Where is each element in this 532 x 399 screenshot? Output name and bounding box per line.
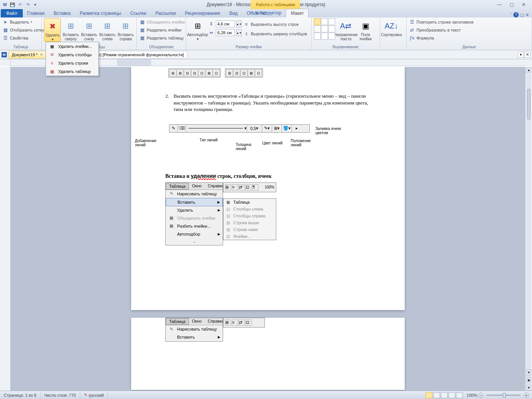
zoom-level[interactable]: 100% bbox=[467, 393, 477, 397]
width-spinner[interactable]: ▲▼ bbox=[236, 29, 242, 36]
autofit-icon: ⊞ bbox=[192, 20, 204, 32]
tab-dropdown-icon[interactable]: ▾ bbox=[518, 52, 524, 58]
align-br[interactable] bbox=[328, 33, 335, 40]
scroll-down-icon[interactable]: ▼ bbox=[526, 369, 531, 375]
properties-button[interactable]: ☰Свойства bbox=[2, 34, 44, 42]
status-language[interactable]: ✎русский bbox=[80, 391, 108, 399]
align-mr[interactable] bbox=[328, 25, 335, 32]
zoom-slider[interactable] bbox=[486, 394, 521, 396]
repeat-header-icon: ☰ bbox=[409, 19, 415, 25]
col-width-input[interactable]: ⇔▲▼ bbox=[208, 29, 242, 36]
select-button[interactable]: ➤Выделить▾ bbox=[2, 18, 44, 26]
sort-button[interactable]: AZ↓Сортировка bbox=[382, 18, 401, 37]
prev-page-icon[interactable]: ◉ bbox=[526, 377, 531, 383]
save-icon[interactable]: 💾 bbox=[9, 1, 16, 8]
tab-file[interactable]: Файл bbox=[1, 9, 23, 17]
split-cells-button[interactable]: ▦Разделить ячейки bbox=[139, 26, 185, 34]
align-mc[interactable] bbox=[321, 25, 328, 32]
doc-restore-icon[interactable]: ▢ bbox=[520, 13, 524, 17]
formula-button[interactable]: ƒxФормула bbox=[409, 34, 473, 42]
status-words[interactable]: Число слов: 770 bbox=[41, 391, 80, 399]
align-bl[interactable] bbox=[314, 33, 321, 40]
text-direction-button[interactable]: A⇄Направление текста bbox=[337, 18, 355, 41]
border-icon: ⊠ bbox=[206, 70, 212, 76]
tab-view[interactable]: Вид bbox=[225, 9, 242, 17]
view-gridlines-button[interactable]: ▦Отобразить сетку bbox=[2, 26, 44, 34]
repeat-header-button[interactable]: ☰Повторить строки заголовков bbox=[409, 18, 473, 26]
autofit-button[interactable]: ⊞Автоподбор▾ bbox=[188, 18, 207, 41]
vertical-scrollbar[interactable]: ▲ ▼ ◉ ▼ bbox=[525, 67, 532, 391]
align-bc[interactable] bbox=[321, 33, 328, 40]
close-button[interactable]: ✕ bbox=[519, 1, 528, 8]
minimize-button[interactable]: — bbox=[495, 1, 504, 8]
outline-view[interactable] bbox=[448, 392, 455, 398]
convert-text-button[interactable]: ⇄Преобразовать в текст bbox=[409, 26, 473, 34]
row-height-input[interactable]: ⇕▲▼ bbox=[208, 21, 242, 27]
help-icon[interactable]: ? bbox=[513, 12, 519, 17]
doc-close-icon[interactable]: ✕ bbox=[526, 13, 529, 17]
tab-references[interactable]: Ссылки bbox=[126, 9, 151, 17]
delete-cells-item[interactable]: ▦Удалить ячейки... bbox=[46, 42, 98, 51]
split-table-button[interactable]: ▦Разделить таблицу bbox=[139, 34, 185, 42]
next-page-icon[interactable]: ▼ bbox=[526, 385, 531, 391]
height-field[interactable] bbox=[216, 21, 235, 27]
insert-below-button[interactable]: ⊞Вставить снизу bbox=[81, 18, 98, 41]
scroll-thumb[interactable] bbox=[527, 89, 530, 119]
vertical-ruler[interactable] bbox=[0, 67, 11, 391]
delete-table-item[interactable]: ▦Удалить таблицу bbox=[46, 67, 98, 76]
tab-home[interactable]: Главная bbox=[23, 9, 49, 17]
draft-view[interactable] bbox=[456, 392, 463, 398]
width-field[interactable] bbox=[216, 29, 235, 36]
align-ml[interactable] bbox=[314, 25, 321, 32]
delete-button[interactable]: ✖ Удалить▾ bbox=[44, 18, 61, 42]
qat-customize-icon[interactable]: ▾ bbox=[32, 1, 39, 8]
scroll-up-icon[interactable]: ▲ bbox=[526, 67, 531, 73]
restore-button[interactable]: ▢ bbox=[507, 1, 516, 8]
delete-rows-item[interactable]: ≡Удалить строки bbox=[46, 59, 98, 67]
full-screen-view[interactable] bbox=[433, 392, 440, 398]
tab-insert[interactable]: Вставка bbox=[49, 9, 75, 17]
ribbon-minimize-icon[interactable]: ˇ bbox=[510, 13, 512, 17]
split-icon: ▦ bbox=[168, 223, 175, 229]
tab-page-layout[interactable]: Разметка страницы bbox=[75, 9, 126, 17]
zoom-out-icon[interactable]: − bbox=[478, 393, 483, 398]
align-tr[interactable] bbox=[328, 18, 335, 25]
border-icon: ⊟ bbox=[233, 70, 240, 76]
undo-icon[interactable]: ↶ bbox=[17, 1, 24, 8]
tab-table-design[interactable]: Конструктор bbox=[251, 9, 286, 17]
height-spinner[interactable]: ▲▼ bbox=[236, 21, 242, 27]
delete-label: Удалить bbox=[45, 33, 60, 37]
status-page[interactable]: Страница: 1 из 8 bbox=[0, 391, 41, 399]
delete-table-icon: ▦ bbox=[49, 68, 55, 74]
tab-mailings[interactable]: Рассылки bbox=[151, 9, 180, 17]
redo-icon[interactable]: ↷ bbox=[24, 1, 31, 8]
print-layout-view[interactable] bbox=[426, 392, 432, 398]
tab-table-layout[interactable]: Макет bbox=[286, 9, 309, 17]
cursor-icon: ➤ bbox=[2, 19, 8, 25]
insert-right-label: Вставить справа bbox=[117, 33, 134, 41]
zoom-in-icon[interactable]: + bbox=[524, 393, 529, 398]
align-tl[interactable] bbox=[314, 18, 321, 25]
tab-close-all-icon[interactable]: ✕ bbox=[524, 52, 530, 58]
eraser-icon: ⌫ bbox=[178, 125, 186, 132]
merge-cells-button[interactable]: ▦Объединить ячейки bbox=[139, 18, 185, 26]
tab-review[interactable]: Рецензирование bbox=[180, 9, 225, 17]
distribute-cols-button[interactable]: ⦀Выровнять ширину столбцов bbox=[243, 30, 307, 38]
insert-right-button[interactable]: ⊞Вставить справа bbox=[117, 18, 134, 41]
zoom-thumb[interactable] bbox=[503, 393, 506, 397]
align-tc[interactable] bbox=[321, 18, 328, 25]
distribute-rows-button[interactable]: ≡Выровнять высоту строк bbox=[243, 21, 307, 28]
doc-tab-active[interactable]: Документ19 *✕ bbox=[8, 51, 46, 59]
group-sort-empty bbox=[382, 48, 404, 50]
cell-margins-button[interactable]: ▣Поля ячейки bbox=[356, 18, 375, 41]
view-buttons: 100% − + bbox=[426, 392, 532, 398]
list-item-2: 2. Вызвать панель инструментов «Таблицы … bbox=[165, 93, 370, 113]
delete-columns-item[interactable]: ΨУдалить столбцы bbox=[46, 51, 98, 59]
line-width-value: 0,5 ▾ bbox=[247, 125, 262, 132]
doc-tab-close-icon[interactable]: ✕ bbox=[40, 52, 43, 57]
insert-above-button[interactable]: ⊞Вставить сверху bbox=[62, 18, 79, 41]
web-layout-view[interactable] bbox=[441, 392, 448, 398]
insert-left-button[interactable]: ⊞Вставить слева bbox=[99, 18, 116, 41]
scroll-track[interactable] bbox=[526, 74, 531, 384]
sub-cells: ⊡Ячейки... bbox=[223, 233, 276, 240]
